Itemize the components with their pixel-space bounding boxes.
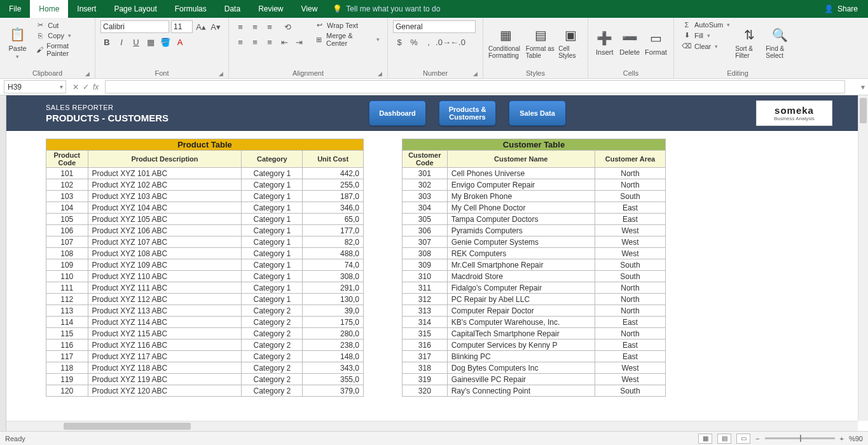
normal-view-icon[interactable]: ▦ (698, 434, 712, 444)
cell[interactable]: Blinking PC (447, 351, 595, 362)
cell[interactable]: 318 (403, 362, 448, 374)
cell[interactable]: 442,0 (303, 168, 364, 179)
cell[interactable]: 114 (46, 317, 88, 328)
cell[interactable]: 111 (46, 282, 88, 294)
cell[interactable]: 118 (46, 362, 88, 374)
table-row[interactable]: 104Product XYZ 104 ABCCategory 1346,0 (46, 202, 364, 214)
cell[interactable]: 112 (46, 294, 88, 305)
fx-icon[interactable]: fx (93, 83, 99, 92)
cell[interactable]: Computer Services by Kenny P (447, 339, 595, 351)
cell[interactable]: 113 (46, 305, 88, 317)
cell[interactable]: West (595, 248, 665, 259)
scrollbar-thumb[interactable] (64, 423, 191, 430)
formula-input[interactable] (105, 80, 845, 93)
cell[interactable]: 107 (46, 236, 88, 248)
cell[interactable]: North (595, 328, 665, 339)
align-top-icon[interactable]: ≡ (234, 20, 247, 33)
nav-sales-data-button[interactable]: Sales Data (509, 100, 566, 126)
font-size-combo[interactable]: 11 (171, 20, 193, 33)
tab-formulas[interactable]: Formulas (166, 0, 216, 18)
cell[interactable]: Product XYZ 119 ABC (88, 374, 242, 385)
cell[interactable]: 311 (403, 282, 448, 294)
cell[interactable]: 104 (46, 202, 88, 214)
number-format-combo[interactable]: General (393, 20, 476, 33)
table-row[interactable]: 112Product XYZ 112 ABCCategory 1130,0 (46, 294, 364, 305)
customer-table[interactable]: Customer Table Customer Code Customer Na… (402, 139, 666, 397)
cell[interactable]: North (595, 179, 665, 191)
table-row[interactable]: 318Dog Bytes Computers IncWest (403, 362, 666, 374)
cell[interactable]: PC Repair by Abel LLC (447, 294, 595, 305)
cell[interactable]: Category 1 (242, 271, 303, 282)
cell[interactable]: South (595, 191, 665, 202)
cell[interactable]: East (595, 214, 665, 225)
cell[interactable]: My Cell Phone Doctor (447, 202, 595, 214)
table-row[interactable]: 312PC Repair by Abel LLCNorth (403, 294, 666, 305)
cell[interactable]: 355,0 (303, 374, 364, 385)
delete-cells-button[interactable]: ➖Delete (618, 20, 640, 65)
cell[interactable]: 117 (46, 351, 88, 362)
cell[interactable]: Fidalgo's Computer Repair (447, 282, 595, 294)
cell[interactable]: East (595, 317, 665, 328)
increase-font-icon[interactable]: A▴ (195, 20, 207, 33)
cell[interactable]: Category 1 (242, 202, 303, 214)
cell[interactable]: My Broken Phone (447, 191, 595, 202)
cell[interactable]: West (595, 374, 665, 385)
cell[interactable]: 82,0 (303, 236, 364, 248)
table-row[interactable]: 319Gainesville PC RepairWest (403, 374, 666, 385)
cell[interactable]: 308,0 (303, 271, 364, 282)
table-row[interactable]: 317Blinking PCEast (403, 351, 666, 362)
table-row[interactable]: 316Computer Services by Kenny PEast (403, 339, 666, 351)
align-right-icon[interactable]: ≡ (263, 36, 276, 48)
table-row[interactable]: 320Ray's Connecting PointSouth (403, 385, 666, 397)
decrease-indent-icon[interactable]: ⇤ (278, 36, 291, 48)
cell[interactable]: Envigo Computer Repair (447, 179, 595, 191)
table-row[interactable]: 105Product XYZ 105 ABCCategory 165,0 (46, 214, 364, 225)
increase-indent-icon[interactable]: ⇥ (293, 36, 305, 48)
table-row[interactable]: 109Product XYZ 109 ABCCategory 174,0 (46, 259, 364, 271)
cell[interactable]: Product XYZ 108 ABC (88, 248, 242, 259)
cell[interactable]: 280,0 (303, 328, 364, 339)
cell[interactable]: Category 1 (242, 179, 303, 191)
table-row[interactable]: 116Product XYZ 116 ABCCategory 2238,0 (46, 339, 364, 351)
dialog-launcher-icon[interactable]: ◢ (85, 71, 90, 77)
insert-cells-button[interactable]: ➕Insert (593, 20, 616, 65)
format-cells-button[interactable]: ▭Format (644, 20, 668, 65)
cell[interactable]: 108 (46, 248, 88, 259)
format-painter-button[interactable]: 🖌Format Painter (32, 41, 90, 58)
table-row[interactable]: 307Genie Computer SystemsWest (403, 236, 666, 248)
table-row[interactable]: 106Product XYZ 106 ABCCategory 1177,0 (46, 225, 364, 236)
merge-center-button[interactable]: ⊞Merge & Center▾ (312, 31, 382, 48)
table-row[interactable]: 306Pyramids ComputersWest (403, 225, 666, 236)
dialog-launcher-icon[interactable]: ◢ (473, 71, 478, 77)
table-row[interactable]: 103Product XYZ 103 ABCCategory 1187,0 (46, 191, 364, 202)
vertical-scrollbar[interactable] (858, 95, 868, 421)
page-layout-view-icon[interactable]: ▤ (717, 434, 731, 444)
cell[interactable]: 343,0 (303, 362, 364, 374)
cell[interactable]: West (595, 362, 665, 374)
cell[interactable]: Product XYZ 111 ABC (88, 282, 242, 294)
cell[interactable]: 65,0 (303, 214, 364, 225)
cell[interactable]: Category 1 (242, 236, 303, 248)
cell[interactable]: 315 (403, 328, 448, 339)
cell[interactable]: Dog Bytes Computers Inc (447, 362, 595, 374)
page-break-view-icon[interactable]: ▭ (736, 434, 750, 444)
cell-styles-button[interactable]: ▣Cell Styles (558, 20, 582, 65)
fill-button[interactable]: ⬇Fill▾ (679, 31, 733, 40)
cell[interactable]: 304 (403, 202, 448, 214)
cell[interactable]: 320 (403, 385, 448, 397)
cell[interactable]: REK Computers (447, 248, 595, 259)
table-row[interactable]: 305Tampa Computer DoctorsEast (403, 214, 666, 225)
cell[interactable]: 312 (403, 294, 448, 305)
table-row[interactable]: 101Product XYZ 101 ABCCategory 1442,0 (46, 168, 364, 179)
cell[interactable]: East (595, 351, 665, 362)
cell[interactable]: North (595, 168, 665, 179)
table-row[interactable]: 310Macdroid StoreSouth (403, 271, 666, 282)
nav-dashboard-button[interactable]: Dashboard (369, 100, 426, 126)
cell[interactable]: 148,0 (303, 351, 364, 362)
tab-home[interactable]: Home (30, 0, 68, 18)
table-row[interactable]: 308REK ComputersWest (403, 248, 666, 259)
clear-button[interactable]: ⌫Clear▾ (679, 41, 733, 51)
cell[interactable]: 309 (403, 259, 448, 271)
wrap-text-button[interactable]: ↩Wrap Text (312, 20, 382, 30)
cell[interactable]: Product XYZ 115 ABC (88, 328, 242, 339)
